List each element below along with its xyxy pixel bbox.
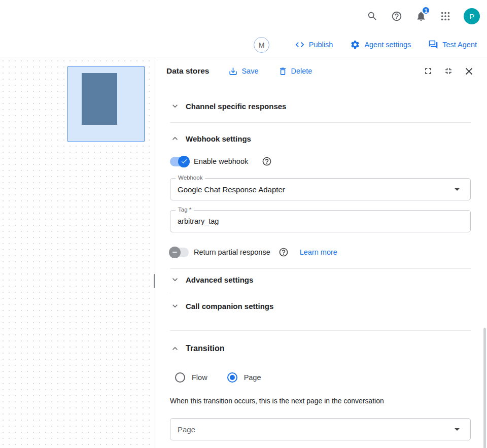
- delete-button[interactable]: Delete: [278, 66, 312, 76]
- chevron-down-icon: [170, 101, 180, 111]
- section-label: Webhook settings: [186, 134, 251, 143]
- section-label: Channel specific responses: [186, 102, 286, 111]
- divider: [170, 330, 471, 331]
- close-panel-button[interactable]: [462, 64, 476, 78]
- tag-field[interactable]: Tag *: [170, 210, 471, 232]
- panel-title: Data stores: [166, 66, 209, 76]
- main-area: Data stores Save Delete: [0, 58, 487, 448]
- partial-response-toggle[interactable]: [170, 248, 189, 257]
- section-call-companion-settings[interactable]: Call companion settings: [170, 296, 471, 316]
- publish-button[interactable]: Publish: [295, 40, 333, 50]
- transition-target-radio-group: Flow Page: [170, 368, 471, 387]
- enable-webhook-help-button[interactable]: [262, 156, 272, 166]
- panel-scrollbar[interactable]: [483, 328, 486, 448]
- divider: [170, 122, 471, 123]
- save-icon: [228, 66, 238, 76]
- transition-description: When this transition occurs, this is the…: [170, 396, 471, 406]
- version-avatar[interactable]: M: [254, 37, 269, 53]
- notification-badge: 1: [422, 6, 430, 15]
- section-label: Call companion settings: [186, 302, 273, 311]
- code-icon: [295, 40, 305, 50]
- publish-label: Publish: [309, 41, 333, 49]
- fullscreen-exit-icon: [443, 66, 454, 76]
- partial-response-row: Return partial response Learn more: [170, 243, 471, 261]
- save-label: Save: [241, 67, 258, 75]
- radio-flow-label: Flow: [192, 373, 207, 382]
- chevron-up-icon: [170, 133, 180, 144]
- divider: [170, 293, 471, 293]
- fullscreen-button[interactable]: [421, 64, 435, 78]
- chevron-down-icon: [170, 301, 180, 311]
- toggle-thumb: [178, 156, 190, 167]
- enable-webhook-label: Enable webhook: [194, 157, 248, 165]
- trash-icon: [278, 66, 288, 76]
- webhook-select-value: Google Chat Response Adapter: [178, 185, 285, 194]
- help-icon: [262, 156, 272, 166]
- topbar: 1 P: [0, 0, 487, 32]
- check-icon: [181, 158, 188, 165]
- fullscreen-exit-button[interactable]: [441, 64, 456, 78]
- radio-flow[interactable]: [175, 372, 185, 383]
- delete-label: Delete: [291, 67, 312, 75]
- enable-webhook-row: Enable webhook: [170, 152, 471, 170]
- search-icon: [367, 11, 378, 22]
- divider: [170, 268, 471, 269]
- page-select-placeholder: Page: [178, 425, 195, 434]
- dropdown-caret-icon: [451, 423, 463, 435]
- panel-body: Channel specific responses Webhook setti…: [155, 96, 487, 440]
- profile-avatar[interactable]: P: [464, 8, 480, 24]
- panel-header-actions: [421, 64, 476, 78]
- flow-node[interactable]: [67, 66, 145, 142]
- tag-input[interactable]: [178, 217, 463, 225]
- search-button[interactable]: [362, 6, 382, 26]
- partial-response-label: Return partial response: [194, 248, 270, 256]
- panel-header: Data stores Save Delete: [155, 58, 487, 84]
- page-select[interactable]: Page: [170, 418, 471, 440]
- gear-icon: [350, 40, 360, 50]
- webhook-select[interactable]: Webhook Google Chat Response Adapter: [170, 178, 471, 200]
- apps-grid-icon: [440, 11, 451, 22]
- chat-icon: [428, 40, 438, 50]
- section-channel-specific-responses[interactable]: Channel specific responses: [170, 96, 471, 116]
- learn-more-link[interactable]: Learn more: [300, 248, 337, 256]
- section-advanced-settings[interactable]: Advanced settings: [170, 269, 471, 290]
- enable-webhook-toggle[interactable]: [170, 157, 189, 166]
- agent-settings-label: Agent settings: [364, 41, 411, 49]
- test-agent-button[interactable]: Test Agent: [428, 40, 477, 50]
- radio-page-label: Page: [244, 373, 261, 382]
- partial-response-help-button[interactable]: [279, 247, 289, 257]
- radio-page[interactable]: [227, 372, 237, 383]
- close-icon: [463, 65, 475, 77]
- apps-grid-button[interactable]: [435, 6, 456, 26]
- flow-node-preview: [82, 73, 117, 125]
- toggle-thumb: [169, 247, 181, 258]
- test-agent-label: Test Agent: [442, 41, 477, 49]
- webhook-select-label: Webhook: [176, 175, 205, 181]
- help-icon: [279, 247, 289, 257]
- save-button[interactable]: Save: [228, 66, 258, 76]
- help-icon: [391, 11, 402, 22]
- dropdown-caret-icon: [451, 183, 463, 195]
- help-button[interactable]: [387, 6, 407, 26]
- agent-settings-button[interactable]: Agent settings: [350, 40, 411, 50]
- section-label: Advanced settings: [186, 275, 253, 284]
- notifications-button[interactable]: 1: [411, 6, 431, 26]
- agent-toolbar: M Publish Agent settings Test Agent: [0, 32, 487, 57]
- panel-resize-handle[interactable]: [154, 274, 155, 288]
- tag-field-label: Tag *: [176, 206, 194, 213]
- settings-panel: Data stores Save Delete: [155, 58, 487, 448]
- chevron-down-icon: [170, 274, 180, 285]
- flow-canvas[interactable]: [0, 58, 155, 448]
- fullscreen-icon: [423, 66, 433, 76]
- dash-icon: [172, 252, 177, 253]
- chevron-up-icon: [170, 343, 180, 354]
- section-transition[interactable]: Transition: [170, 338, 471, 359]
- section-label: Transition: [186, 344, 224, 353]
- section-webhook-settings[interactable]: Webhook settings: [170, 128, 471, 149]
